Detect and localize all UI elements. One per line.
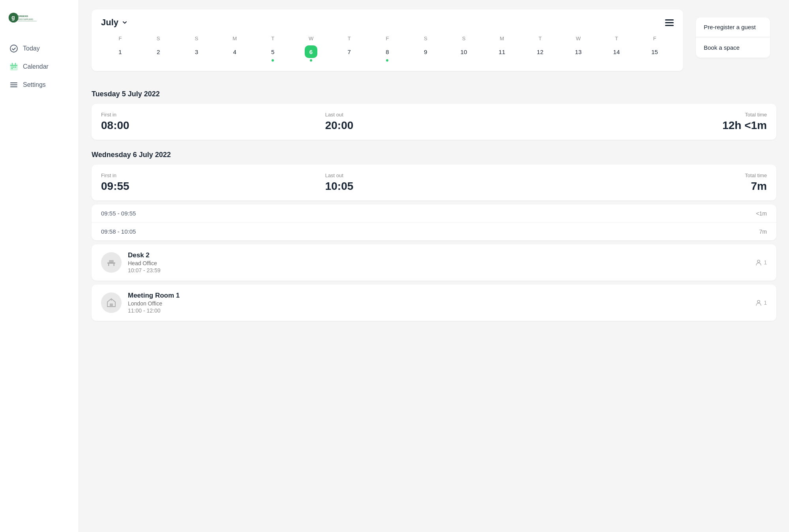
svg-rect-7 xyxy=(11,67,13,67)
sidebar: g GREENS FOOD SUPPLIERS Today xyxy=(0,0,79,532)
cal-day-header: S xyxy=(407,34,445,43)
pre-register-button[interactable]: Pre-register a guest xyxy=(696,17,770,37)
calendar-grid: FSSMTWTFSSMTWTF123456789101112131415 xyxy=(101,34,674,63)
booking-name: Meeting Room 1 xyxy=(128,292,749,300)
day2-last-out-value: 10:05 xyxy=(325,180,354,192)
cal-day-header: T xyxy=(598,34,636,43)
cal-day-num: 7 xyxy=(343,45,356,58)
main-content: July FSSMTWTFSSMTWT xyxy=(79,0,789,532)
booking-count: 1 xyxy=(755,299,767,306)
cal-day-num: 13 xyxy=(572,45,585,58)
desk-icon xyxy=(101,252,122,273)
day1-last-out: Last out 20:00 xyxy=(325,112,543,132)
day1-first-in: First in 08:00 xyxy=(101,112,319,132)
right-panel: Pre-register a guest Book a space xyxy=(690,9,776,81)
cal-dot xyxy=(386,59,388,62)
cal-day-header: S xyxy=(445,34,483,43)
cal-dot xyxy=(310,59,312,62)
day1-last-out-label: Last out xyxy=(325,112,543,118)
cal-day-cell[interactable]: 7 xyxy=(330,43,368,63)
logo: g GREENS FOOD SUPPLIERS xyxy=(8,12,39,28)
svg-text:FOOD SUPPLIERS: FOOD SUPPLIERS xyxy=(18,19,33,21)
day2-first-in: First in 09:55 xyxy=(101,172,319,193)
booking-location: London Office xyxy=(128,300,749,307)
cal-day-header: M xyxy=(483,34,521,43)
cal-day-cell[interactable]: 13 xyxy=(559,43,598,63)
cal-day-num: 8 xyxy=(381,45,394,58)
booking-card[interactable]: Desk 2Head Office10:07 - 23:59 1 xyxy=(92,244,776,281)
cal-day-cell[interactable]: 10 xyxy=(445,43,483,63)
day2-first-in-label: First in xyxy=(101,172,319,178)
month-label: July xyxy=(101,17,118,28)
svg-text:g: g xyxy=(11,14,15,21)
cal-day-num: 15 xyxy=(648,45,661,58)
day2-section: Wednesday 6 July 2022 First in 09:55 Las… xyxy=(92,151,776,321)
nav: Today Calendar xyxy=(0,39,79,94)
day2-summary-grid: First in 09:55 Last out 10:05 Total time… xyxy=(101,172,767,193)
booking-info: Meeting Room 1London Office11:00 - 12:00 xyxy=(128,292,749,314)
logo-area: g GREENS FOOD SUPPLIERS xyxy=(0,8,79,39)
cal-day-num: 14 xyxy=(610,45,623,58)
cal-day-header: T xyxy=(330,34,368,43)
svg-text:GREENS: GREENS xyxy=(18,15,28,17)
booking-time: 11:00 - 12:00 xyxy=(128,307,749,314)
session-duration: 7m xyxy=(759,229,767,235)
cal-day-header: S xyxy=(177,34,216,43)
day2-last-out-label: Last out xyxy=(325,172,543,178)
cal-day-cell[interactable]: 11 xyxy=(483,43,521,63)
cal-day-num: 12 xyxy=(534,45,546,58)
cal-day-cell[interactable]: 1 xyxy=(101,43,139,63)
day2-first-in-value: 09:55 xyxy=(101,180,129,192)
svg-rect-9 xyxy=(15,67,16,67)
cal-day-header: W xyxy=(559,34,598,43)
day2-title: Wednesday 6 July 2022 xyxy=(92,151,776,159)
cal-day-header: T xyxy=(521,34,559,43)
day2-summary-card: First in 09:55 Last out 10:05 Total time… xyxy=(92,165,776,200)
cal-day-cell[interactable]: 9 xyxy=(407,43,445,63)
chevron-down-icon xyxy=(122,19,128,26)
cal-day-header: S xyxy=(139,34,178,43)
day1-section: Tuesday 5 July 2022 First in 08:00 Last … xyxy=(92,90,776,140)
svg-rect-8 xyxy=(13,67,15,67)
cal-day-cell[interactable]: 15 xyxy=(635,43,674,63)
svg-rect-10 xyxy=(11,68,13,69)
sidebar-item-calendar[interactable]: Calendar xyxy=(0,58,79,76)
day1-first-in-label: First in xyxy=(101,112,319,118)
settings-menu-icon xyxy=(9,81,18,89)
cal-day-cell[interactable]: 6 xyxy=(292,43,330,63)
sidebar-item-settings[interactable]: Settings xyxy=(0,76,79,94)
cal-day-cell[interactable]: 2 xyxy=(139,43,178,63)
cal-day-cell[interactable]: 5 xyxy=(254,43,292,63)
month-selector[interactable]: July xyxy=(101,17,128,28)
session-range: 09:58 - 10:05 xyxy=(101,228,136,235)
action-card: Pre-register a guest Book a space xyxy=(696,17,770,58)
circle-check-icon xyxy=(9,44,18,53)
svg-point-5 xyxy=(10,45,17,52)
calendar-section: July FSSMTWTFSSMTWT xyxy=(92,9,683,71)
cal-day-header: W xyxy=(292,34,330,43)
day1-total-time-label: Total time xyxy=(549,112,767,118)
day1-summary-card: First in 08:00 Last out 20:00 Total time… xyxy=(92,104,776,140)
cal-day-num: 1 xyxy=(114,45,126,58)
booking-time: 10:07 - 23:59 xyxy=(128,267,749,273)
sidebar-item-calendar-label: Calendar xyxy=(23,63,49,70)
cal-day-cell[interactable]: 12 xyxy=(521,43,559,63)
svg-point-17 xyxy=(757,300,760,303)
hamburger-icon[interactable] xyxy=(665,19,674,26)
cal-day-header: M xyxy=(216,34,254,43)
day1-title: Tuesday 5 July 2022 xyxy=(92,90,776,98)
cal-day-cell[interactable]: 8 xyxy=(368,43,407,63)
session-duration: <1m xyxy=(756,210,767,217)
booking-list: Desk 2Head Office10:07 - 23:59 1 Meeting… xyxy=(92,244,776,321)
day2-last-out: Last out 10:05 xyxy=(325,172,543,193)
cal-day-num: 4 xyxy=(229,45,241,58)
cal-day-cell[interactable]: 14 xyxy=(598,43,636,63)
cal-day-header: F xyxy=(101,34,139,43)
sidebar-item-today[interactable]: Today xyxy=(0,39,79,58)
book-space-button[interactable]: Book a space xyxy=(696,38,770,57)
cal-day-num: 9 xyxy=(419,45,432,58)
cal-day-header: F xyxy=(635,34,674,43)
cal-day-cell[interactable]: 3 xyxy=(177,43,216,63)
booking-card[interactable]: Meeting Room 1London Office11:00 - 12:00… xyxy=(92,285,776,321)
cal-day-cell[interactable]: 4 xyxy=(216,43,254,63)
